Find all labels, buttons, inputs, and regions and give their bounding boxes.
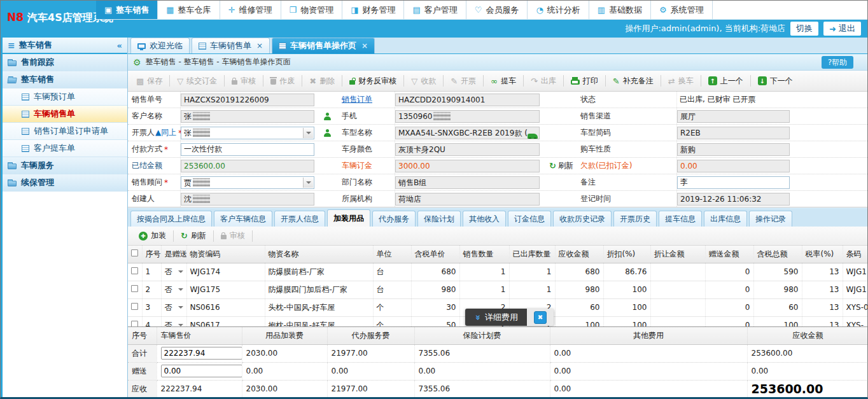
tab-vehicle-sales-order[interactable]: 车辆销售单× — [192, 38, 270, 53]
tab-pickup-info[interactable]: 提车信息 — [659, 211, 702, 227]
close-icon[interactable]: × — [256, 41, 263, 50]
tab-invoice-history[interactable]: 开票历史 — [613, 211, 657, 227]
sidebar-item-vehicle-preorder[interactable]: 车辆预订单 — [3, 88, 127, 106]
delete-button[interactable]: ✖删除 — [304, 73, 340, 88]
audit-button[interactable]: 审核 — [226, 73, 262, 88]
refresh-grid-button[interactable]: ↻刷新 — [175, 228, 212, 244]
remark-input[interactable] — [677, 176, 790, 189]
tab-accessories[interactable]: 加装用品 — [327, 209, 370, 227]
row-checkbox[interactable] — [131, 303, 138, 310]
sidebar-item-renewal-management[interactable]: 续保管理 — [3, 174, 127, 192]
sidebar-item-vehicle-sales[interactable]: 整车销售 — [3, 71, 127, 88]
col-header: 折扣(%) — [603, 246, 650, 263]
col-header: 税率(%) — [802, 246, 843, 263]
row-checkbox[interactable] — [131, 267, 138, 274]
tab-outbound-info[interactable]: 出库信息 — [704, 211, 747, 227]
col-header: 应收金额 — [747, 327, 868, 344]
row-checkbox[interactable] — [131, 285, 138, 292]
chevron-down-icon[interactable] — [303, 178, 313, 188]
logout-button[interactable]: ➜退出 — [823, 22, 861, 36]
help-button[interactable]: ?帮助 — [822, 56, 853, 69]
nav-item-vehicle-warehouse[interactable]: ▦整车仓库 — [158, 1, 220, 19]
tab-operation-log[interactable]: 操作记录 — [749, 211, 792, 227]
add-accessory-button[interactable]: ✚加装 — [133, 228, 172, 244]
model-code-value: R2EB — [677, 127, 790, 139]
col-header: 序号 — [128, 327, 157, 344]
plus-icon: ✚ — [139, 232, 148, 241]
sidebar-item-customer-pickup[interactable]: 客户提车单 — [3, 140, 127, 157]
next-record-button[interactable]: ↓下一个 — [752, 73, 799, 88]
sidebar-item-vehicle-sales-order[interactable]: 车辆销售单 — [3, 106, 127, 123]
balance-due-value: 0.00 — [677, 160, 790, 172]
list-icon — [22, 94, 29, 101]
audit-accessory-button[interactable]: 审核 — [215, 228, 251, 244]
person-lookup-icon[interactable] — [324, 129, 331, 137]
nav-item-customers[interactable]: ▤客户管理 — [404, 1, 466, 19]
nav-item-base-data[interactable]: ▥基础数据 — [589, 1, 651, 19]
select-all-checkbox[interactable] — [131, 249, 138, 256]
sidebar-item-presale-tracking[interactable]: 售前跟踪 — [3, 54, 127, 71]
switch-org-button[interactable]: 切换 — [790, 22, 818, 36]
save-button[interactable]: ▩保存 — [130, 73, 168, 88]
tab-insurance-plan[interactable]: 保险计划 — [417, 211, 461, 227]
previous-record-button[interactable]: ↑上一个 — [703, 73, 749, 88]
tab-mortgage-plate-info[interactable]: 按揭合同及上牌信息 — [130, 211, 212, 227]
sidebar-item-order-cancel-request[interactable]: 销售订单退订申请单 — [3, 123, 127, 140]
tab-welcome[interactable]: 欢迎光临 — [130, 38, 190, 53]
pickup-button[interactable]: ∞提车 — [485, 73, 522, 88]
refresh-deposit-button[interactable]: ↻刷新 — [546, 158, 577, 174]
warehouse-icon: ▦ — [166, 6, 174, 14]
sales-consultant-select[interactable]: 贾 — [181, 176, 314, 189]
invoice-button[interactable]: ✎开票 — [445, 73, 482, 88]
gift-select[interactable]: 否 — [161, 281, 186, 298]
nav-item-materials[interactable]: ❒物资管理 — [281, 1, 343, 19]
sales-channel-value: 展厅 — [677, 110, 790, 123]
tab-payment-history[interactable]: 收款历史记录 — [553, 211, 612, 227]
tab-deposit-info[interactable]: 订金信息 — [508, 211, 551, 227]
invoicee-select[interactable]: 张 — [181, 127, 314, 139]
tab-agency-services[interactable]: 代办服务 — [372, 211, 416, 227]
tab-invoicee-info[interactable]: 开票人信息 — [274, 211, 325, 227]
nav-item-finance[interactable]: ◨财务管理 — [342, 1, 404, 19]
nav-item-statistics[interactable]: ◔统计分析 — [528, 1, 589, 19]
folder-icon — [8, 60, 17, 66]
nav-item-members[interactable]: ♡会员服务 — [466, 1, 528, 19]
sidebar-collapse-icon[interactable]: « — [117, 41, 122, 50]
vehicle-deposit-label: 车辆订金 — [338, 158, 395, 174]
payment-method-input[interactable] — [181, 143, 314, 156]
document-tabbar: 欢迎光临 车辆销售单× 车辆销售单操作页× — [128, 38, 867, 54]
close-icon[interactable]: × — [361, 41, 368, 50]
summary-row-gift: 赠送 0.00 0.00 0.00 0.00 0.00 — [128, 362, 868, 380]
tab-customer-vehicle-info[interactable]: 客户车辆信息 — [214, 211, 272, 227]
add-remark-button[interactable]: ✎补充备注 — [607, 73, 659, 88]
sidebar-item-vehicle-service[interactable]: 车辆服务 — [3, 157, 127, 174]
chevron-down-icon[interactable]: « — [472, 314, 482, 320]
swap-vehicle-button[interactable]: ⇄换车 — [662, 73, 699, 88]
col-header: 条码 — [843, 246, 867, 263]
finance-unaudit-button[interactable]: 财务反审核 — [344, 73, 402, 88]
gift-select[interactable]: 否 — [161, 298, 186, 316]
same-as-above-link[interactable]: ▲同上 — [155, 127, 176, 138]
nav-item-system[interactable]: ⚙系统管理 — [651, 1, 713, 19]
status-value: 已出库, 已财审 已开票 — [677, 94, 790, 106]
void-button[interactable]: 作废 — [265, 73, 300, 88]
vehicle-price-total-input[interactable] — [161, 347, 242, 360]
nav-item-repair[interactable]: ✛维修管理 — [220, 1, 281, 19]
nav-item-vehicle-sales[interactable]: ▣整车销售 — [96, 1, 158, 19]
chevron-down-icon[interactable] — [303, 128, 313, 138]
tab-other-income[interactable]: 其他收入 — [463, 211, 506, 227]
vehicle-sales-icon: ▣ — [104, 6, 112, 14]
top-nav: ▣整车销售 ▦整车仓库 ✛维修管理 ❒物资管理 ◨财务管理 ▤客户管理 ♡会员服… — [96, 1, 867, 20]
gift-select[interactable]: 否 — [161, 263, 186, 281]
logo-n8-badge: N8 — [7, 11, 24, 24]
vehicle-price-gift-input[interactable] — [161, 365, 242, 377]
sales-order-link[interactable]: 销售订单 — [342, 94, 372, 105]
person-lookup-icon[interactable] — [324, 113, 331, 120]
tab-sales-order-operation[interactable]: 车辆销售单操作页× — [272, 38, 375, 53]
outbound-button[interactable]: ↷出库 — [525, 73, 562, 88]
pie-chart-icon: ◔ — [536, 6, 543, 14]
renew-deposit-button[interactable]: ▽续交订金 — [171, 73, 223, 88]
print-button[interactable]: 打印 — [565, 73, 604, 88]
receive-payment-button[interactable]: ▽收款 — [405, 73, 442, 88]
close-icon[interactable]: ✖ — [534, 311, 547, 324]
